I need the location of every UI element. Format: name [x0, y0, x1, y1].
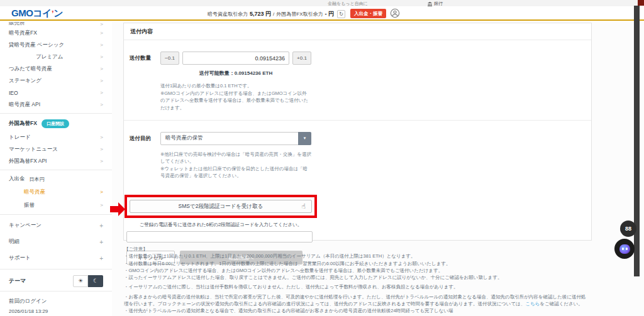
- screen: 金融をもっと自由に 銀行 GMOコイ’ン 暗号資産取引余力 5,723 円 / …: [0, 0, 644, 316]
- send-quantity-row: 送付数量 −0.1 +0.1 送付可能数量：0.09154236 ETH 送付1…: [124, 40, 591, 112]
- chevron-down-icon: ▼: [303, 136, 307, 140]
- theme-section: テーマ ☀ ☾: [0, 273, 112, 288]
- chevron-right-icon: >: [100, 134, 103, 140]
- sidebar-section-forex-fx[interactable]: 外国為替FX口座開設: [0, 116, 112, 131]
- chevron-right-icon: >: [100, 102, 103, 107]
- note-item: ・誤ったイーサリアムアドレスに送付した場合、取り戻すことはできません。ご送付の際…: [124, 274, 589, 281]
- select-caret-button[interactable]: ▼: [298, 132, 311, 145]
- sidebar-item-forex-api[interactable]: 外国為替FX API>: [0, 155, 112, 167]
- sidebar-divider: [0, 214, 112, 215]
- refresh-balance-button[interactable]: ↻: [337, 10, 345, 18]
- sidebar-item-staking[interactable]: ステーキング>: [0, 75, 112, 87]
- two-factor-code-input[interactable]: [126, 231, 313, 242]
- annotation-highlight-box: SMSで2段階認証コードを受け取る ☝: [125, 195, 317, 218]
- refresh-icon: ↻: [339, 11, 343, 17]
- available-quantity-text: 送付可能数量：0.09154236 ETH: [160, 70, 311, 77]
- sidebar-item-trade[interactable]: トレード>: [0, 131, 112, 143]
- header: GMOコイ’ン 暗号資産取引余力 5,723 円 / 外国為替FX取引余力 - …: [0, 6, 644, 21]
- note-line: ※GMOコイン内のアドレスに送付する場合、またはGMOコイン以外のアドレスへ全数…: [160, 90, 308, 111]
- sidebar-section-deposit: 入出金日本円: [0, 173, 112, 185]
- sidebar-divider: [0, 113, 112, 114]
- annotation-arrow-icon: [110, 202, 125, 216]
- sidebar-item-lending-basic[interactable]: 貸暗号資産 ベーシック>: [0, 39, 112, 51]
- scrollbar[interactable]: [634, 6, 640, 276]
- chevron-right-icon: >: [100, 189, 103, 195]
- sidebar-item-lending-premium[interactable]: プレミアム>: [0, 51, 112, 63]
- purpose-select[interactable]: 暗号資産の保管 ▼: [160, 132, 311, 145]
- increase-quantity-button[interactable]: +0.1: [292, 52, 311, 65]
- sidebar-item-label: キャンペーン: [9, 222, 42, 229]
- note-item: ・送付数量の下限は1回あたり0.1 ETH、上限は1日あたり200,000,00…: [124, 253, 589, 259]
- quantity-input[interactable]: [182, 52, 289, 65]
- sidebar-divider: [0, 170, 112, 170]
- person-icon: [390, 8, 400, 18]
- moon-icon: ☾: [93, 278, 98, 284]
- sidebar: 販売所> 暗号資産FX> 貸暗号資産 ベーシック> プレミアム> つみたて暗号資…: [0, 22, 112, 316]
- sidebar-item-label: マーケットニュース: [9, 146, 58, 153]
- sidebar-item-label: 振替: [24, 202, 35, 209]
- purpose-selected-value: 暗号資産の保管: [165, 134, 203, 142]
- theme-label: テーマ: [9, 277, 26, 285]
- sidebar-divider: [0, 269, 112, 270]
- sidebar-item-ieo[interactable]: IEO>: [0, 87, 112, 99]
- note-item: ・イーサリアムのご送付に際し、当社は送付手数料を徴収しておりません。ただし、送付…: [124, 283, 589, 290]
- logo-coin-left: コイ: [33, 8, 52, 18]
- chevron-right-icon: >: [100, 66, 103, 72]
- sidebar-item-crypto-fx[interactable]: 暗号資産FX>: [0, 27, 112, 39]
- note-item: ・GMOコイン内のアドレスに送付する場合、またはGMOコイン以外のアドレスへ全数…: [124, 267, 589, 274]
- crypto-balance-value: 5,723 円: [250, 10, 271, 18]
- sidebar-item-tsumitate[interactable]: つみたて暗号資産>: [0, 63, 112, 75]
- scrollbar-corner-mark: [638, 0, 644, 6]
- deposit-label: 入出金: [9, 175, 25, 183]
- utility-bar: 金融をもっと自由に 銀行: [0, 0, 644, 6]
- sidebar-item-label: 明細: [9, 238, 19, 246]
- deposit-currency-label: 日本円: [30, 176, 45, 183]
- send-sms-code-button[interactable]: SMSで2段階認証コードを受け取る ☝: [130, 200, 312, 213]
- fx-balance-value: - 円: [325, 10, 335, 18]
- hand-cursor-icon: ☝: [301, 202, 306, 210]
- account-menu-button[interactable]: [390, 8, 400, 21]
- sidebar-item-label: 外国為替FX API: [9, 158, 47, 165]
- sidebar-item-statement[interactable]: 明細+: [0, 234, 112, 250]
- send-purpose-row: 送付目的 暗号資産の保管 ▼ ※他社口座での売却を検討中の場合は「暗号資産の売買…: [124, 121, 591, 180]
- quantity-minimum-note: 送付1回あたりの最小数量は0.1 ETHです。※GMOコイン内のアドレスに送付す…: [160, 82, 311, 112]
- expand-plus-icon: +: [99, 239, 103, 246]
- sidebar-divider: [0, 291, 112, 291]
- sms-code-instruction: ご登録の電話番号に送信された6桁の2段階認証コードを入力してください。: [125, 222, 317, 228]
- balance-separator: /: [273, 11, 274, 17]
- sms-button-label: SMSで2段階認証コードを受け取る: [179, 203, 264, 210]
- note-line: ※ウォレットまたは他社口座での保管を目的とした送付の場合は「暗号資産の保管」を選…: [160, 166, 308, 179]
- sidebar-item-label: 販売所: [9, 22, 25, 27]
- sidebar-item-label: ステーキング: [9, 77, 42, 85]
- sidebar-item-label: プレミアム: [36, 53, 64, 61]
- expand-plus-icon: +: [99, 255, 103, 262]
- sidebar-item-transfer[interactable]: 振替>: [0, 199, 112, 212]
- dark-theme-button[interactable]: ☾: [88, 275, 103, 287]
- sidebar-item-market-news[interactable]: マーケットニュース>: [0, 143, 112, 155]
- light-theme-button[interactable]: ☀: [73, 275, 88, 287]
- account-open-badge[interactable]: 口座開設: [42, 119, 69, 128]
- sidebar-item-crypto-api[interactable]: 暗号資産 API>: [0, 99, 112, 111]
- chevron-right-icon: >: [100, 90, 103, 95]
- notification-badge-button[interactable]: 88: [620, 221, 636, 237]
- note-item: ・送付先がトラベルルールの通知対象となる場合で、通知先の取引所による内容確認がお…: [124, 307, 589, 314]
- sidebar-item-crypto-deposit[interactable]: 暗号資産>: [0, 185, 112, 199]
- decrease-quantity-button[interactable]: −0.1: [160, 52, 179, 65]
- sidebar-item-campaign[interactable]: キャンペーン+: [0, 217, 112, 234]
- chevron-right-icon: >: [100, 78, 103, 84]
- chatbot-button[interactable]: [614, 239, 635, 259]
- sidebar-item-clipped[interactable]: 販売所>: [0, 22, 112, 27]
- note-text: ・お客さまからの暗号資産の送付依頼は、当社で所定の審査が完了した後、可及的速やか…: [124, 294, 586, 307]
- balance-summary: 暗号資産取引余力 5,723 円 / 外国為替FX取引余力 - 円 ↻: [208, 10, 345, 18]
- theme-toggle[interactable]: ☀ ☾: [73, 275, 103, 287]
- sidebar-item-label: サポート: [9, 254, 31, 262]
- deposit-transfer-button[interactable]: 入出金・振替: [350, 9, 386, 18]
- status-details-link[interactable]: こちら: [525, 301, 540, 307]
- sidebar-item-label: 暗号資産 API: [9, 101, 40, 109]
- note-text: をご確認ください。: [540, 301, 583, 307]
- gmo-coin-logo[interactable]: GMOコイ’ン: [11, 8, 63, 19]
- sidebar-item-label: 暗号資産: [24, 188, 45, 196]
- purpose-note: ※他社口座での売却を検討中の場合は「暗号資産の売買・交換」を選択してください。※…: [160, 151, 311, 180]
- logo-coin-right: ン: [53, 8, 63, 18]
- sidebar-item-support[interactable]: サポート+: [0, 250, 112, 266]
